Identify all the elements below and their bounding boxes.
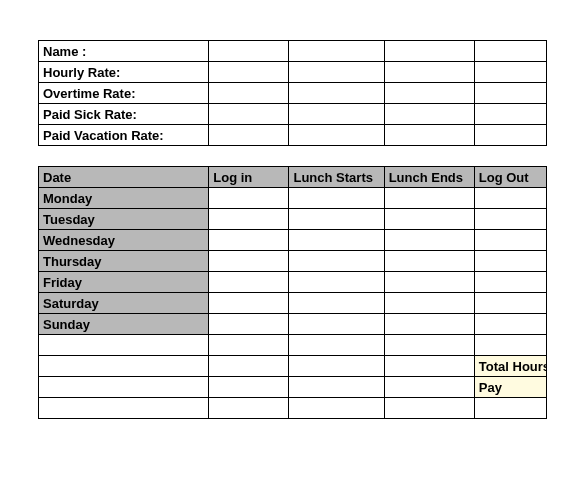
row-paid-sick-rate: Paid Sick Rate: bbox=[39, 104, 547, 125]
cell-lunch-start[interactable] bbox=[289, 251, 384, 272]
cell-login[interactable] bbox=[209, 293, 289, 314]
cell[interactable] bbox=[289, 335, 384, 356]
cell-logout[interactable] bbox=[474, 314, 546, 335]
cell[interactable] bbox=[384, 335, 474, 356]
row-thursday: Thursday bbox=[39, 251, 547, 272]
cell-logout[interactable] bbox=[474, 293, 546, 314]
cell[interactable] bbox=[474, 398, 546, 419]
cell[interactable] bbox=[384, 356, 474, 377]
row-saturday: Saturday bbox=[39, 293, 547, 314]
cell-lunch-end[interactable] bbox=[384, 230, 474, 251]
row-wednesday: Wednesday bbox=[39, 230, 547, 251]
row-name: Name : bbox=[39, 41, 547, 62]
day-label: Sunday bbox=[39, 314, 209, 335]
cell[interactable] bbox=[39, 356, 209, 377]
timesheet-table: Name : Hourly Rate: Overtime Rate: Paid … bbox=[38, 40, 547, 419]
cell[interactable] bbox=[384, 125, 474, 146]
spacer bbox=[384, 146, 474, 167]
day-label: Saturday bbox=[39, 293, 209, 314]
cell[interactable] bbox=[209, 125, 289, 146]
cell-lunch-end[interactable] bbox=[384, 272, 474, 293]
cell-logout[interactable] bbox=[474, 251, 546, 272]
day-label: Tuesday bbox=[39, 209, 209, 230]
cell-lunch-end[interactable] bbox=[384, 314, 474, 335]
cell[interactable] bbox=[289, 125, 384, 146]
cell-lunch-end[interactable] bbox=[384, 188, 474, 209]
cell[interactable] bbox=[384, 41, 474, 62]
label-paid-sick-rate: Paid Sick Rate: bbox=[39, 104, 209, 125]
cell-login[interactable] bbox=[209, 251, 289, 272]
cell[interactable] bbox=[209, 356, 289, 377]
cell-logout[interactable] bbox=[474, 188, 546, 209]
day-label: Wednesday bbox=[39, 230, 209, 251]
cell-lunch-start[interactable] bbox=[289, 230, 384, 251]
spacer bbox=[474, 146, 546, 167]
day-label: Monday bbox=[39, 188, 209, 209]
cell[interactable] bbox=[384, 398, 474, 419]
spacer bbox=[289, 146, 384, 167]
row-monday: Monday bbox=[39, 188, 547, 209]
cell-lunch-end[interactable] bbox=[384, 293, 474, 314]
row-sunday: Sunday bbox=[39, 314, 547, 335]
cell[interactable] bbox=[474, 83, 546, 104]
cell[interactable] bbox=[474, 62, 546, 83]
cell-lunch-end[interactable] bbox=[384, 251, 474, 272]
timesheet: Name : Hourly Rate: Overtime Rate: Paid … bbox=[0, 0, 585, 419]
header-lunch-start: Lunch Starts bbox=[289, 167, 384, 188]
cell-lunch-start[interactable] bbox=[289, 209, 384, 230]
row-total-hours: Total Hours bbox=[39, 356, 547, 377]
cell[interactable] bbox=[289, 104, 384, 125]
cell-login[interactable] bbox=[209, 272, 289, 293]
cell[interactable] bbox=[384, 62, 474, 83]
day-label: Thursday bbox=[39, 251, 209, 272]
cell-logout[interactable] bbox=[474, 209, 546, 230]
cell-login[interactable] bbox=[209, 230, 289, 251]
cell[interactable] bbox=[289, 398, 384, 419]
cell[interactable] bbox=[289, 62, 384, 83]
label-total-hours: Total Hours bbox=[474, 356, 546, 377]
cell[interactable] bbox=[39, 398, 209, 419]
row-tuesday: Tuesday bbox=[39, 209, 547, 230]
cell-lunch-start[interactable] bbox=[289, 293, 384, 314]
row-hourly-rate: Hourly Rate: bbox=[39, 62, 547, 83]
cell[interactable] bbox=[209, 83, 289, 104]
cell[interactable] bbox=[209, 41, 289, 62]
cell[interactable] bbox=[289, 83, 384, 104]
cell-login[interactable] bbox=[209, 188, 289, 209]
cell-lunch-start[interactable] bbox=[289, 314, 384, 335]
row-spacer bbox=[39, 146, 547, 167]
cell-logout[interactable] bbox=[474, 272, 546, 293]
cell[interactable] bbox=[474, 104, 546, 125]
cell[interactable] bbox=[289, 41, 384, 62]
cell[interactable] bbox=[384, 377, 474, 398]
cell-lunch-start[interactable] bbox=[289, 188, 384, 209]
cell-lunch-start[interactable] bbox=[289, 272, 384, 293]
cell[interactable] bbox=[39, 335, 209, 356]
label-paid-vacation-rate: Paid Vacation Rate: bbox=[39, 125, 209, 146]
cell[interactable] bbox=[289, 377, 384, 398]
label-hourly-rate: Hourly Rate: bbox=[39, 62, 209, 83]
label-overtime-rate: Overtime Rate: bbox=[39, 83, 209, 104]
cell-logout[interactable] bbox=[474, 230, 546, 251]
cell[interactable] bbox=[209, 62, 289, 83]
row-friday: Friday bbox=[39, 272, 547, 293]
row-pay: Pay bbox=[39, 377, 547, 398]
cell[interactable] bbox=[39, 377, 209, 398]
row-blank bbox=[39, 398, 547, 419]
header-date: Date bbox=[39, 167, 209, 188]
cell[interactable] bbox=[474, 335, 546, 356]
cell[interactable] bbox=[209, 398, 289, 419]
cell[interactable] bbox=[209, 377, 289, 398]
cell[interactable] bbox=[289, 356, 384, 377]
cell[interactable] bbox=[384, 83, 474, 104]
label-name: Name : bbox=[39, 41, 209, 62]
cell[interactable] bbox=[474, 41, 546, 62]
cell[interactable] bbox=[209, 104, 289, 125]
cell[interactable] bbox=[474, 125, 546, 146]
row-overtime-rate: Overtime Rate: bbox=[39, 83, 547, 104]
cell[interactable] bbox=[384, 104, 474, 125]
cell-login[interactable] bbox=[209, 209, 289, 230]
cell[interactable] bbox=[209, 335, 289, 356]
cell-lunch-end[interactable] bbox=[384, 209, 474, 230]
cell-login[interactable] bbox=[209, 314, 289, 335]
